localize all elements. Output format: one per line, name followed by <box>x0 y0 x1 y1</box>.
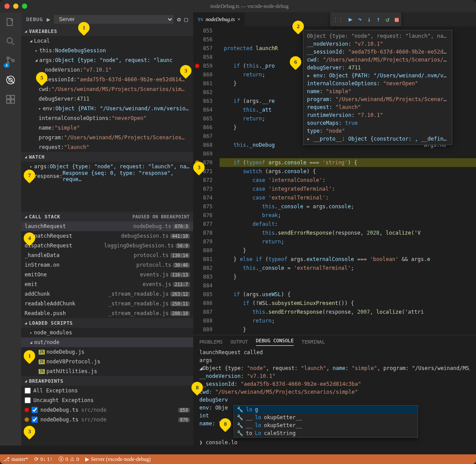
breakpoint-row[interactable]: nodeDebug.tssrc/node859 <box>21 405 193 415</box>
debug-console-input[interactable]: ❯ console.lo <box>199 439 238 446</box>
errors-count[interactable]: ⓧ 0 ⚠ 0 <box>58 456 79 463</box>
step-over-button[interactable]: ↷ <box>358 15 362 23</box>
breakpoint-checkbox[interactable] <box>32 407 38 413</box>
debug-icon[interactable] <box>5 75 16 85</box>
bottom-panel: PROBLEMSOUTPUTDEBUG CONSOLETERMINAL laun… <box>193 335 476 446</box>
close-window-button[interactable] <box>4 4 10 9</box>
suggestion-item[interactable]: 🔧__lookupSetter__ <box>234 421 418 429</box>
editor-area: TS nodeDebug.ts × ⋮⋮ ▶ ↷ ↓ ↑ ↺ ■ 8558568… <box>193 12 476 335</box>
panel-tab[interactable]: PROBLEMS <box>199 339 223 345</box>
close-tab-icon[interactable]: × <box>238 16 241 23</box>
debug-header: DEBUG ▶ Server ⚙ ▢ <box>21 12 193 26</box>
breakpoint-row[interactable]: nodeDebug.tssrc/node870 <box>21 415 193 424</box>
variable-row[interactable]: cwd: "/Users/weinand/MS/Projects/Scenari… <box>21 84 193 94</box>
svg-rect-6 <box>7 95 10 99</box>
script-file[interactable]: JSnodeDebug.js <box>21 347 193 357</box>
git-sync[interactable]: ⟳ 0↓ 1↑ <box>34 456 52 463</box>
panel-tab[interactable]: DEBUG CONSOLE <box>256 338 294 346</box>
breakpoint-checkbox[interactable] <box>32 417 38 423</box>
editor-tabs: TS nodeDebug.ts × ⋮⋮ ▶ ↷ ↓ ↑ ↺ ■ <box>193 12 476 26</box>
minimize-window-button[interactable] <box>13 4 18 9</box>
debug-toolbar[interactable]: ⋮⋮ ▶ ↷ ↓ ↑ ↺ ■ <box>330 12 401 26</box>
continue-button[interactable]: ▶ <box>349 15 353 23</box>
breakpoint-exception-row[interactable]: All Exceptions <box>21 386 193 395</box>
activity-bar: 4 <box>0 12 21 446</box>
scm-badge: 4 <box>4 63 10 68</box>
variable-row[interactable]: debugServer: 4711 <box>21 94 193 104</box>
status-bar: ⎇ master* ⟳ 0↓ 1↑ ⓧ 0 ⚠ 0 ▶ Server (vsco… <box>0 454 476 464</box>
svg-point-1 <box>7 57 9 59</box>
callstack-frame[interactable]: inStream.onprotocol.ts30:46 <box>21 260 193 270</box>
callstack-header[interactable]: ◢CALL STACKPAUSED ON BREAKPOINT <box>21 212 193 221</box>
svg-rect-8 <box>11 100 14 103</box>
panel-tab[interactable]: TERMINAL <box>302 339 325 345</box>
svg-point-3 <box>12 60 14 62</box>
debug-config-select[interactable]: Server <box>54 15 174 24</box>
panel-tabs: PROBLEMSOUTPUTDEBUG CONSOLETERMINAL <box>193 335 476 348</box>
variables-header[interactable]: ◢VARIABLES <box>21 26 193 36</box>
stop-button[interactable]: ■ <box>395 15 399 23</box>
intellisense-popup[interactable]: 🔧log🔧__lookupGetter__🔧__lookupSetter__🔧t… <box>234 405 418 438</box>
toolbar-grip-icon[interactable]: ⋮⋮ <box>333 16 343 22</box>
debug-launch-status[interactable]: ▶ Server (vscode-node-debug) <box>85 456 151 463</box>
callstack-frame[interactable]: launchRequestnodeDebug.ts870:3 <box>21 221 193 231</box>
titlebar: nodeDebug.ts — vscode-node-debug <box>0 0 476 12</box>
variables-scope[interactable]: ◢Local <box>21 36 193 46</box>
breakpoints-header[interactable]: ◢BREAKPOINTS <box>21 376 193 386</box>
callstack-frame[interactable]: readableAddChunk_stream_readable.js250:1… <box>21 299 193 308</box>
restart-button[interactable]: ↺ <box>386 15 389 23</box>
variable-row[interactable]: ▸this: NodeDebugSession <box>21 46 193 55</box>
scm-icon[interactable]: 4 <box>5 55 16 66</box>
step-into-button[interactable]: ↓ <box>367 15 371 23</box>
callstack-frame[interactable]: dispatchRequestloggingDebugSession.ts56:… <box>21 241 193 250</box>
extensions-icon[interactable] <box>5 94 16 105</box>
ts-icon: TS <box>198 17 203 22</box>
variable-row[interactable]: request: "launch" <box>21 142 193 152</box>
variable-row[interactable]: __nodeVersion: "v7.10.1" <box>21 65 193 75</box>
watch-header[interactable]: ◢WATCH <box>21 152 193 162</box>
variable-row[interactable]: ▸env: Object {PATH: "/Users/weinand/.nvm… <box>21 104 193 113</box>
suggestion-item[interactable]: 🔧log <box>234 406 418 413</box>
callstack-frame[interactable]: emitOneevents.js116:13 <box>21 270 193 279</box>
editor-gutter[interactable]: 8558568578588598608618628638648658668678… <box>193 26 220 335</box>
explorer-icon[interactable] <box>5 17 16 27</box>
search-icon[interactable] <box>5 36 16 47</box>
panel-tab[interactable]: OUTPUT <box>231 339 248 345</box>
callstack-frame[interactable]: emitevents.js211:7 <box>21 279 193 289</box>
svg-point-0 <box>7 38 12 43</box>
editor-tab[interactable]: TS nodeDebug.ts × <box>193 12 245 26</box>
breakpoint-exception-row[interactable]: Uncaught Exceptions <box>21 395 193 405</box>
script-folder[interactable]: ◢out/node <box>21 337 193 347</box>
git-branch[interactable]: ⎇ master* <box>4 456 28 463</box>
script-file[interactable]: JSpathUtilities.js <box>21 366 193 376</box>
callstack-frame[interactable]: _handleDataprotocol.ts130:14 <box>21 250 193 260</box>
debug-label: DEBUG <box>26 17 43 22</box>
gear-icon[interactable]: ⚙ <box>177 16 180 23</box>
svg-rect-7 <box>7 100 10 103</box>
window-title: nodeDebug.ts — vscode-node-debug <box>27 3 472 10</box>
suggestion-item[interactable]: 🔧toLocaleString <box>234 429 418 437</box>
debug-hover-popup[interactable]: Object {type: "node", request: "launch",… <box>303 30 452 145</box>
svg-rect-9 <box>11 95 14 99</box>
loaded-scripts-header[interactable]: ◢LOADED SCRIPTS <box>21 318 193 328</box>
step-out-button[interactable]: ↑ <box>376 15 380 23</box>
suggestion-item[interactable]: 🔧__lookupGetter__ <box>234 413 418 421</box>
debug-console-icon[interactable]: ▢ <box>184 16 188 23</box>
variable-row[interactable]: name: "simple" <box>21 123 193 133</box>
callstack-frame[interactable]: Readable.push_stream_readable.js208:10 <box>21 308 193 318</box>
breakpoint-checkbox[interactable] <box>25 388 31 394</box>
variable-row[interactable]: internalConsoleOptions: "neverOpen" <box>21 113 193 123</box>
script-file[interactable]: JSnodeV8Protocol.js <box>21 357 193 366</box>
start-debug-button[interactable]: ▶ <box>47 16 50 23</box>
variable-row[interactable]: ◢args: Object {type: "node", request: "l… <box>21 55 193 65</box>
watch-row[interactable]: ▸response: Response {seq: 0, type: "resp… <box>21 171 193 181</box>
callstack-frame[interactable]: addChunk_stream_readable.js263:12 <box>21 289 193 299</box>
breakpoint-checkbox[interactable] <box>25 397 31 403</box>
variable-row[interactable]: program: "/Users/weinand/MS/Projects/Sce… <box>21 133 193 142</box>
window-controls <box>4 4 27 9</box>
callstack-frame[interactable]: dispatchRequestdebugSession.ts441:10 <box>21 231 193 241</box>
maximize-window-button[interactable] <box>22 4 27 9</box>
script-folder[interactable]: ▸node_modules <box>21 328 193 337</box>
